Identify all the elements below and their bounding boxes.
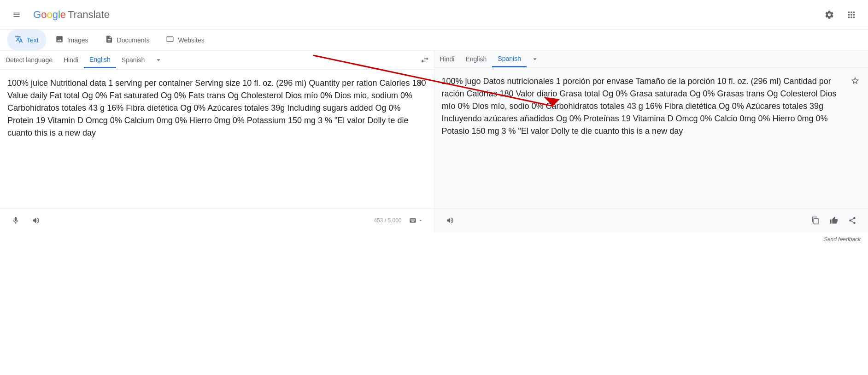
tab-bar: Text Images Documents Websites (0, 30, 868, 51)
send-feedback-link[interactable]: Send feedback (824, 236, 861, 243)
favorite-button[interactable] (847, 72, 863, 89)
translate-icon (15, 35, 23, 45)
logo-translate-text: Translate (68, 9, 110, 21)
source-footer-right: 453 / 5,000 (374, 215, 426, 226)
swap-languages-button[interactable] (416, 51, 434, 69)
tab-images-label: Images (67, 36, 88, 44)
document-icon (105, 35, 113, 45)
target-text: 100% jugo Datos nutricionales 1 porción … (442, 75, 861, 137)
target-lang-bar: Hindi English Spanish (434, 51, 868, 68)
source-lang-hindi[interactable]: Hindi (58, 53, 84, 67)
source-keyboard-button[interactable] (405, 215, 427, 226)
target-footer-left (442, 212, 458, 229)
source-panel: Detect language Hindi English Spanish 10… (0, 51, 434, 232)
image-icon (55, 35, 64, 45)
clear-source-button[interactable]: ✕ (414, 75, 428, 90)
target-lang-hindi[interactable]: Hindi (434, 52, 460, 66)
google-translate-logo[interactable]: Google Translate (33, 9, 110, 21)
feedback-translation-button[interactable] (826, 212, 842, 229)
website-icon (166, 35, 174, 45)
target-lang-english[interactable]: English (460, 52, 492, 66)
tab-documents[interactable]: Documents (98, 30, 157, 50)
apps-button[interactable] (842, 6, 861, 24)
target-text-area: 100% jugo Datos nutricionales 1 porción … (434, 68, 868, 208)
source-lang-english[interactable]: English (84, 52, 116, 68)
target-volume-button[interactable] (442, 212, 458, 229)
tab-websites[interactable]: Websites (158, 30, 211, 50)
source-textarea[interactable]: 100% juice Nutritional data 1 serving pe… (7, 77, 427, 197)
copy-translation-button[interactable] (807, 212, 824, 229)
header-right (820, 6, 861, 24)
source-lang-detect[interactable]: Detect language (0, 53, 58, 67)
tab-websites-label: Websites (178, 36, 204, 44)
target-lang-spanish[interactable]: Spanish (492, 51, 527, 67)
target-lang-dropdown-button[interactable] (527, 51, 543, 67)
header: Google Translate (0, 0, 868, 30)
header-left: Google Translate (7, 6, 110, 24)
send-feedback-area: Send feedback (0, 232, 868, 246)
target-footer-icons (807, 212, 861, 229)
source-microphone-button[interactable] (7, 212, 24, 229)
hamburger-menu-button[interactable] (7, 6, 26, 24)
source-volume-button[interactable] (28, 212, 44, 229)
translate-panels: Detect language Hindi English Spanish 10… (0, 51, 868, 232)
source-footer-left (7, 212, 44, 229)
target-panel: Hindi English Spanish 100% jugo Datos nu… (434, 51, 868, 232)
source-lang-bar: Detect language Hindi English Spanish (0, 51, 434, 70)
source-text-area: 100% juice Nutritional data 1 serving pe… (0, 70, 434, 208)
target-panel-footer (434, 208, 868, 232)
settings-button[interactable] (820, 6, 839, 24)
share-translation-button[interactable] (844, 212, 861, 229)
tab-text[interactable]: Text (7, 30, 46, 50)
char-count: 453 / 5,000 (374, 217, 401, 224)
tab-documents-label: Documents (117, 36, 150, 44)
source-panel-footer: 453 / 5,000 (0, 208, 434, 232)
tab-text-label: Text (27, 36, 39, 44)
tab-images[interactable]: Images (48, 30, 96, 50)
source-lang-spanish[interactable]: Spanish (116, 53, 151, 67)
logo-google-text: Google (33, 9, 66, 21)
source-lang-dropdown-button[interactable] (150, 52, 167, 68)
